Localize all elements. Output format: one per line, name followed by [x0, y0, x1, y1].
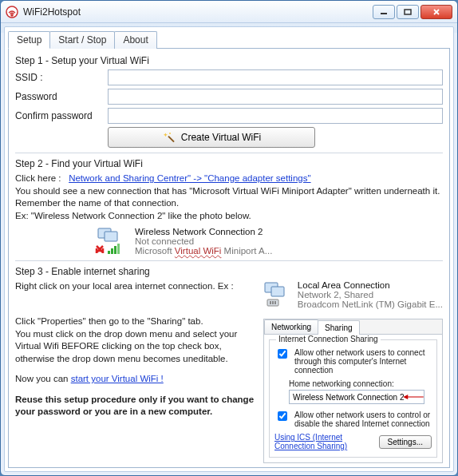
svg-point-1 — [10, 14, 14, 17]
step3-para2: You must click on the drop down menu and… — [15, 328, 255, 366]
red-arrow-icon — [400, 395, 427, 399]
create-virtual-wifi-button[interactable]: Create Virtual WiFi — [108, 127, 315, 148]
lac-desc: Broadcom NetLink (TM) Gigabit E... — [298, 299, 443, 309]
svg-rect-4 — [168, 136, 174, 142]
using-ics-link[interactable]: Using ICS (Internet Connection Sharing) — [274, 433, 379, 450]
tab-about[interactable]: About — [114, 31, 156, 49]
svg-rect-10 — [114, 246, 116, 254]
ics-settings-button[interactable]: Settings... — [379, 435, 432, 449]
svg-rect-3 — [405, 10, 411, 14]
tab-panel-setup: Step 1 - Setup your Virtual WiFi SSID : … — [8, 48, 450, 468]
client-area: Setup Start / Stop About Step 1 - Setup … — [4, 26, 454, 472]
lac-name: Local Area Connection — [298, 280, 443, 290]
minimize-button[interactable] — [373, 5, 395, 19]
password-input[interactable] — [108, 89, 443, 105]
wand-icon — [162, 131, 175, 144]
svg-rect-13 — [271, 287, 284, 296]
reuse-note: Reuse this setup procedure only if you w… — [15, 394, 255, 418]
now-you-can-label: Now you can — [15, 374, 71, 383]
app-icon — [6, 6, 18, 18]
example-connection-state: Not connected — [135, 236, 272, 246]
home-connection-label: Home networking connection: — [289, 379, 432, 388]
step1-title: Step 1 - Setup your Virtual WiFi — [15, 55, 443, 66]
svg-rect-16 — [272, 301, 274, 304]
step2-desc2: Ex: "Wireless Network Connection 2" like… — [15, 210, 443, 223]
svg-rect-8 — [108, 251, 110, 254]
lac-example: Local Area Connection Network 2, Shared … — [263, 280, 443, 309]
password-label: Password — [15, 91, 103, 102]
svg-marker-19 — [403, 395, 408, 399]
svg-rect-2 — [381, 13, 387, 14]
create-button-label: Create Virtual WiFi — [181, 132, 261, 143]
sharing-tab-networking[interactable]: Networking — [264, 319, 318, 334]
step2-title: Step 2 - Find your Virtual WiFi — [15, 158, 443, 169]
tab-strip: Setup Start / Stop About — [8, 31, 450, 49]
ssid-label: SSID : — [15, 72, 103, 83]
network-sharing-link[interactable]: Network and Sharing Centrer" -> "Change … — [69, 173, 310, 183]
window-title: WiFi2Hotspot — [23, 6, 373, 18]
svg-rect-17 — [274, 301, 276, 304]
svg-rect-7 — [105, 232, 117, 241]
start-virtual-wifi-link[interactable]: start your Virtual WiFi ! — [71, 374, 164, 383]
allow-connect-label: Allow other network users to connect thr… — [294, 348, 432, 375]
ics-group-title: Internet Connection Sharing — [276, 335, 381, 343]
allow-control-checkbox[interactable] — [278, 411, 287, 421]
sharing-tab-sharing[interactable]: Sharing — [318, 320, 359, 335]
example-connection-desc: Microsoft Virtual WiFi Miniport A... — [135, 246, 272, 256]
connection-example: Wireless Network Connection 2 Not connec… — [95, 227, 443, 256]
allow-control-label: Allow other network users to control or … — [294, 411, 432, 428]
ssid-input[interactable] — [108, 69, 443, 85]
tab-start-stop[interactable]: Start / Stop — [49, 31, 115, 49]
svg-rect-11 — [117, 244, 120, 254]
svg-rect-9 — [111, 248, 113, 254]
titlebar[interactable]: WiFi2Hotspot — [1, 1, 457, 23]
lac-state: Network 2, Shared — [298, 290, 443, 299]
app-window: WiFi2Hotspot Setup Start / Stop About St… — [0, 0, 458, 476]
svg-point-5 — [169, 133, 171, 134]
click-here-label: Click here : — [15, 173, 61, 183]
close-button[interactable] — [420, 5, 452, 19]
step3-para1: Click "Properties" then go to the "Shari… — [15, 315, 255, 328]
network-adapter-icon — [95, 227, 128, 256]
step3-right-click: Right click on your local area internet … — [15, 280, 255, 293]
maximize-button[interactable] — [397, 5, 419, 19]
example-connection-name: Wireless Network Connection 2 — [135, 227, 272, 236]
sharing-dialog-preview: Networking Sharing Internet Connection S… — [263, 319, 443, 463]
home-connection-select[interactable]: Wireless Network Connection 2 — [289, 390, 424, 404]
confirm-password-input[interactable] — [108, 108, 443, 124]
svg-rect-15 — [270, 301, 271, 304]
tab-setup[interactable]: Setup — [8, 31, 50, 49]
step3-title: Step 3 - Enable internet sharing — [15, 266, 443, 277]
step2-desc1: You should see a new connection that has… — [15, 185, 443, 210]
allow-connect-checkbox[interactable] — [278, 349, 287, 359]
ethernet-adapter-icon — [263, 280, 291, 307]
confirm-password-label: Confirm password — [15, 110, 103, 121]
